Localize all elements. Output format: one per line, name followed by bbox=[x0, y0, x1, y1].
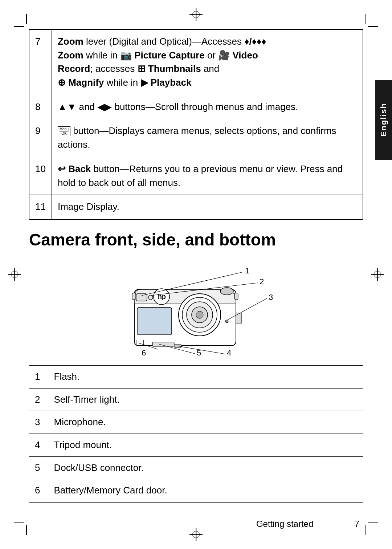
language-label: English bbox=[379, 103, 388, 137]
table-row: 5 Dock/USB connector. bbox=[29, 456, 363, 479]
svg-text:6: 6 bbox=[142, 348, 146, 357]
footer: Getting started 7 bbox=[256, 519, 359, 529]
page-number: 7 bbox=[355, 519, 359, 529]
row-number: 9 bbox=[29, 119, 52, 157]
row-number: 1 bbox=[29, 365, 48, 388]
svg-rect-18 bbox=[132, 293, 136, 300]
row-content: Microphone. bbox=[48, 411, 363, 434]
row-content: ▲▼ and ◀▶ buttons—Scroll through menus a… bbox=[52, 95, 363, 119]
bottom-feature-table: 1 Flash. 2 Self-Timer light. 3 Microphon… bbox=[29, 365, 363, 503]
row-number: 2 bbox=[29, 388, 48, 411]
row-content: ↩ Back button—Returns you to a previous … bbox=[52, 157, 363, 195]
svg-point-5 bbox=[196, 311, 203, 318]
svg-text:5: 5 bbox=[197, 348, 201, 357]
row-number: 4 bbox=[29, 434, 48, 456]
row-content: Tripod mount. bbox=[48, 434, 363, 456]
table-row: 7 Zoom lever (Digital and Optical)—Acces… bbox=[29, 29, 363, 95]
svg-point-10 bbox=[148, 295, 153, 300]
camera-illustration: hp bbox=[102, 257, 290, 358]
row-number: 11 bbox=[29, 195, 52, 219]
row-number: 5 bbox=[29, 456, 48, 479]
row-content: Self-Timer light. bbox=[48, 388, 363, 411]
row-number: 10 bbox=[29, 157, 52, 195]
table-row: 8 ▲▼ and ◀▶ buttons—Scroll through menus… bbox=[29, 95, 363, 119]
language-sidebar: English bbox=[375, 80, 392, 160]
svg-rect-12 bbox=[137, 308, 172, 335]
row-content: Dock/USB connector. bbox=[48, 456, 363, 479]
row-number: 3 bbox=[29, 411, 48, 434]
svg-point-8 bbox=[220, 288, 233, 295]
table-row: 4 Tripod mount. bbox=[29, 434, 363, 456]
table-row: 9 Menu OK button—Displays camera menus, … bbox=[29, 119, 363, 157]
row-content: Zoom lever (Digital and Optical)—Accesse… bbox=[52, 29, 363, 95]
row-number: 6 bbox=[29, 479, 48, 502]
row-content: Image Display. bbox=[52, 195, 363, 219]
table-row: 2 Self-Timer light. bbox=[29, 388, 363, 411]
top-feature-table: 7 Zoom lever (Digital and Optical)—Acces… bbox=[29, 29, 363, 220]
svg-text:4: 4 bbox=[227, 348, 231, 357]
row-content: Flash. bbox=[48, 365, 363, 388]
row-content: Menu OK button—Displays camera menus, se… bbox=[52, 119, 363, 157]
footer-label: Getting started bbox=[256, 519, 313, 529]
table-row: 10 ↩ Back button—Returns you to a previo… bbox=[29, 157, 363, 195]
section-heading: Camera front, side, and bottom bbox=[29, 230, 363, 249]
row-content: Battery/Memory Card door. bbox=[48, 479, 363, 502]
svg-line-26 bbox=[178, 346, 225, 354]
svg-rect-19 bbox=[234, 293, 238, 300]
table-row: 11 Image Display. bbox=[29, 195, 363, 219]
camera-diagram: hp bbox=[29, 257, 363, 358]
svg-point-11 bbox=[225, 320, 228, 323]
table-row: 1 Flash. bbox=[29, 365, 363, 388]
svg-rect-13 bbox=[152, 342, 174, 346]
svg-text:1: 1 bbox=[245, 266, 249, 275]
table-row: 6 Battery/Memory Card door. bbox=[29, 479, 363, 502]
svg-text:2: 2 bbox=[260, 277, 264, 286]
row-number: 8 bbox=[29, 95, 52, 119]
table-row: 3 Microphone. bbox=[29, 411, 363, 434]
row-number: 7 bbox=[29, 29, 52, 95]
svg-text:3: 3 bbox=[269, 293, 273, 302]
